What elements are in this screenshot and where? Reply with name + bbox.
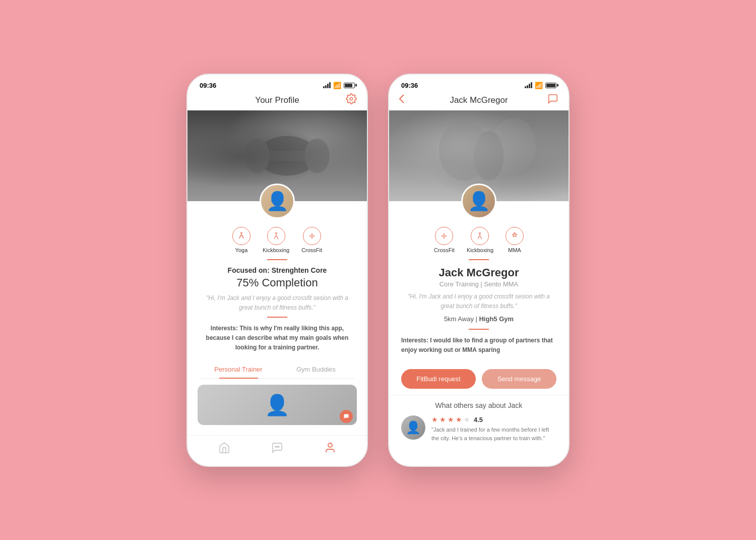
avatar-left: 👤 <box>260 184 295 219</box>
crossfit-label-r: CrossFit <box>434 247 455 253</box>
signal-icon-left <box>323 82 331 88</box>
profile-name: Jack McGregor <box>401 266 556 279</box>
mma-label: MMA <box>508 247 521 253</box>
reviews-section: What others say about Jack 👤 ★ ★ ★ ★ ★ 4… <box>389 395 569 448</box>
rating-number: 4.5 <box>474 416 483 424</box>
stars-row: ★ ★ ★ ★ ★ 4.5 <box>431 415 556 424</box>
reviews-title: What others say about Jack <box>401 401 556 409</box>
quote-left: "Hi, I'm Jack and I enjoy a good crossfi… <box>200 293 355 313</box>
tab-personal-trainer[interactable]: Personal Trainer <box>200 361 277 378</box>
svg-point-11 <box>328 443 332 447</box>
phones-container: 09:36 📶 Your Profile <box>166 53 590 487</box>
location-prefix: 5km Away | <box>444 315 479 323</box>
interests-left: Interests: This is why I'm really liking… <box>200 324 355 353</box>
message-icon[interactable] <box>547 93 558 107</box>
settings-icon[interactable] <box>346 93 357 107</box>
location-gym: High5 Gym <box>479 315 514 323</box>
svg-point-17 <box>514 232 516 234</box>
crossfit-icon <box>303 227 321 245</box>
star-1: ★ <box>431 415 438 424</box>
status-bar-right: 09:36 📶 <box>389 75 569 93</box>
phone-left: 09:36 📶 Your Profile <box>186 74 368 467</box>
interests-label-left: Interests: <box>211 325 239 332</box>
avatar-container-right: 👤 <box>389 184 569 219</box>
battery-icon-left <box>344 83 355 88</box>
bottom-nav-left <box>187 435 367 464</box>
activity-crossfit: CrossFit <box>301 227 322 253</box>
trainer-card[interactable]: 👤 <box>198 385 357 425</box>
focused-on: Focused on: Strenghten Core <box>200 266 355 274</box>
interests-right: Interests: I would like to find a group … <box>401 336 556 355</box>
svg-point-14 <box>474 131 503 181</box>
divider-left <box>267 259 287 260</box>
review-card: 👤 ★ ★ ★ ★ ★ 4.5 "Jack and I trained for … <box>401 415 556 442</box>
status-bar-left: 09:36 📶 <box>187 75 367 93</box>
battery-icon-right <box>545 83 556 88</box>
back-icon[interactable] <box>399 94 404 106</box>
activity-yoga: Yoga <box>232 227 250 253</box>
profile-content-right: Jack McGregor Core Training | Sento MMA … <box>389 266 569 355</box>
yoga-icon <box>232 227 250 245</box>
nav-profile[interactable] <box>324 442 336 454</box>
crossfit-icon-r <box>435 227 453 245</box>
trainer-card-area: 👤 <box>187 379 367 431</box>
status-icons-right: 📶 <box>525 82 556 89</box>
tab-gym-buddies[interactable]: Gym Buddies <box>277 361 355 378</box>
focused-value: Strenghten Core <box>272 266 327 274</box>
header-right: Jack McGregor <box>389 93 569 110</box>
mma-icon <box>506 227 524 245</box>
nav-home[interactable] <box>218 442 230 454</box>
activity-kickboxing-r: Kickboxing <box>467 227 493 253</box>
yoga-label: Yoga <box>235 247 248 253</box>
crossfit-label: CrossFit <box>301 247 322 253</box>
completion-text: 75% Completion <box>200 276 355 289</box>
quote-right: "Hi, I'm Jack and I enjoy a good crossfi… <box>401 292 556 311</box>
review-text: "Jack and I trained for a few months bef… <box>431 426 556 442</box>
divider-left-2 <box>267 317 287 318</box>
phone-right: 09:36 📶 Jack McGregor <box>388 74 570 467</box>
activities-left: Yoga Kickboxing CrossFit <box>187 219 367 257</box>
wifi-icon-right: 📶 <box>535 82 543 89</box>
svg-point-3 <box>245 138 270 173</box>
svg-point-15 <box>443 234 446 237</box>
activities-right: CrossFit Kickboxing MMA <box>389 219 569 257</box>
svg-point-6 <box>275 232 277 234</box>
avatar-right: 👤 <box>461 184 496 219</box>
header-left: Your Profile <box>187 93 367 110</box>
review-content: ★ ★ ★ ★ ★ 4.5 "Jack and I trained for a … <box>431 415 556 442</box>
reviewer-avatar: 👤 <box>401 415 425 440</box>
star-5: ★ <box>464 415 470 424</box>
svg-rect-2 <box>267 151 307 161</box>
avatar-container-left: 👤 <box>187 184 367 219</box>
page-title-right: Jack McGregor <box>450 95 508 105</box>
fitbudi-request-button[interactable]: FitBudi request <box>401 369 476 389</box>
kickboxing-label: Kickboxing <box>263 247 289 253</box>
activity-mma: MMA <box>506 227 524 253</box>
svg-point-10 <box>278 446 279 447</box>
profile-subtitle: Core Training | Sento MMA <box>401 280 556 288</box>
focused-label: Focused on: <box>228 266 272 274</box>
tabs-left: Personal Trainer Gym Buddies <box>200 361 355 379</box>
trainer-card-image: 👤 <box>198 385 357 425</box>
svg-point-0 <box>350 97 353 100</box>
wifi-icon-left: 📶 <box>333 82 341 89</box>
star-3: ★ <box>448 415 454 424</box>
svg-point-5 <box>240 232 242 233</box>
time-left: 09:36 <box>200 82 216 89</box>
profile-content-left: Focused on: Strenghten Core 75% Completi… <box>187 266 367 353</box>
time-right: 09:36 <box>401 82 418 89</box>
interests-label-right: Interests: <box>401 337 430 344</box>
kickboxing-icon <box>267 227 285 245</box>
activity-crossfit-r: CrossFit <box>434 227 455 253</box>
status-icons-left: 📶 <box>323 82 355 89</box>
nav-chat[interactable] <box>271 442 283 454</box>
page-title-left: Your Profile <box>255 95 299 105</box>
star-4: ★ <box>456 415 462 424</box>
svg-point-9 <box>277 446 278 447</box>
kickboxing-label-r: Kickboxing <box>467 247 493 253</box>
star-2: ★ <box>439 415 446 424</box>
signal-icon-right <box>525 82 532 88</box>
send-message-button[interactable]: Send message <box>482 369 556 389</box>
divider-right-2 <box>469 329 489 330</box>
svg-point-7 <box>310 234 313 237</box>
